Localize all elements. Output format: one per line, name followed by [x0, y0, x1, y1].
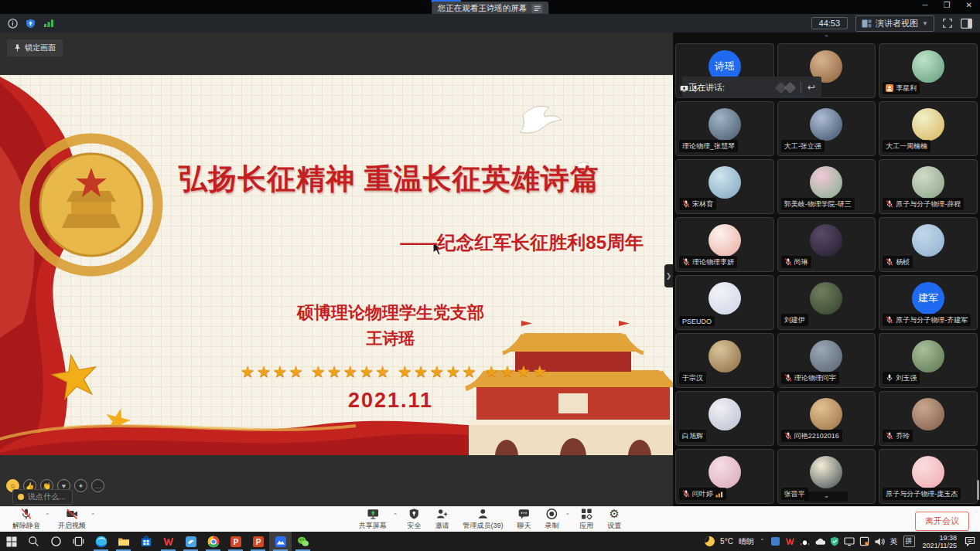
more-reactions-icon[interactable]: …: [91, 479, 104, 492]
participant-name: 杨桢: [896, 257, 910, 267]
tray-volume-icon[interactable]: [874, 537, 885, 546]
toolbar-chat-button[interactable]: 聊天: [513, 508, 536, 531]
toolbar-share-screen-button[interactable]: 共享屏幕: [354, 508, 391, 531]
participant-tile[interactable]: 李星利: [879, 43, 978, 98]
toolbar-start-video-button[interactable]: 开启视频: [53, 508, 90, 531]
scroll-up-icon[interactable]: ⌃: [673, 32, 980, 43]
participant-tile[interactable]: 白旭辉: [675, 391, 774, 446]
task-view-icon: [73, 536, 84, 547]
participant-tile[interactable]: 刘建伊: [777, 275, 876, 330]
slide-date: 2021.11: [170, 389, 611, 413]
watermark-icon: [784, 81, 797, 94]
minimize-button[interactable]: ─: [923, 1, 928, 9]
tray-snip-icon[interactable]: [859, 536, 869, 546]
maximize-button[interactable]: ❒: [944, 1, 951, 9]
explorer-icon: [118, 536, 130, 548]
participant-tile[interactable]: 大工一周楠楠: [879, 101, 978, 156]
tray-chip-icon[interactable]: [770, 536, 780, 546]
tray-monitor-icon[interactable]: [844, 537, 855, 546]
mic-icon: [691, 85, 699, 93]
participant-tile[interactable]: 于宗汉: [675, 333, 774, 388]
participant-tile[interactable]: 建军原子与分子物理-齐建军: [879, 275, 978, 330]
reply-arrow-icon[interactable]: ↩: [808, 82, 815, 93]
panel-collapse-handle[interactable]: ❯: [664, 264, 673, 287]
weather-desc[interactable]: 晴朗: [739, 536, 754, 547]
tray-qq-icon[interactable]: [800, 536, 810, 546]
participant-name-label: 原子与分子物理-薛程: [883, 198, 964, 210]
lock-view-button[interactable]: 锁定画面: [7, 39, 63, 56]
quick-chat-input[interactable]: 说点什么...: [12, 489, 73, 505]
leave-meeting-button[interactable]: 离开会议: [915, 512, 969, 531]
taskbar-app-docs[interactable]: [179, 532, 202, 551]
taskbar-task-view-button[interactable]: [67, 532, 90, 551]
scroll-down-icon[interactable]: ⌄: [804, 491, 848, 502]
close-button[interactable]: ✕: [966, 1, 972, 9]
taskbar-app-ppt[interactable]: P: [224, 532, 247, 551]
participant-name: 郭美岐-物理学院-研三: [784, 199, 852, 209]
participant-tile[interactable]: 宋林育: [675, 159, 774, 214]
taskbar-start-button[interactable]: [0, 532, 22, 551]
participant-tile[interactable]: 理论物理李妍: [675, 217, 774, 272]
toolbar-record-button[interactable]: 录制: [541, 508, 564, 531]
view-mode-selector[interactable]: 演讲者视图 ▼: [855, 15, 934, 32]
toolbar-invite-button[interactable]: 邀请: [430, 508, 453, 531]
panel-scrollbar[interactable]: [977, 480, 979, 500]
toolbar-unmute-button[interactable]: 解除静音: [8, 508, 45, 531]
info-icon[interactable]: [8, 19, 18, 29]
participant-tile[interactable]: 问叶婷: [675, 449, 774, 504]
participant-tile[interactable]: 杨桢: [879, 217, 978, 272]
toolbar-settings-button[interactable]: ⚙ 设置: [603, 508, 626, 531]
chevron-up-icon[interactable]: ⌃: [90, 512, 96, 519]
mic-muted-icon: [682, 258, 690, 266]
fullscreen-icon[interactable]: [942, 18, 953, 29]
taskbar-app-store[interactable]: [135, 532, 157, 551]
participant-tile[interactable]: 尚琳: [777, 217, 876, 272]
tray-wps-w-icon[interactable]: [785, 536, 795, 546]
participant-tile[interactable]: 郭美岐-物理学院-研三: [777, 159, 876, 214]
shield-upload-icon[interactable]: [26, 19, 36, 29]
participant-tile[interactable]: 原子与分子物理-庞玉杰: [879, 449, 978, 504]
shared-screen-area: 锁定画面: [0, 32, 673, 506]
toolbar-security-button[interactable]: 安全: [402, 508, 425, 531]
taskbar-app-explorer[interactable]: [112, 532, 135, 551]
taskbar-app-edge[interactable]: [90, 532, 112, 551]
participant-tile[interactable]: 问艳22102016: [777, 391, 876, 446]
tray-cloud-icon[interactable]: [814, 537, 825, 546]
network-signal-icon[interactable]: [43, 19, 54, 28]
participant-name-label: 理论物理_张慧琴: [679, 140, 738, 152]
tray-shield-green-icon[interactable]: [830, 536, 839, 546]
toolbar-label: 开启视频: [58, 521, 86, 531]
participant-name-label: 刘玉强: [883, 372, 920, 384]
taskbar-clock[interactable]: 19:38 2021/11/25: [920, 534, 959, 549]
taskbar-app-ppt2[interactable]: P: [247, 532, 269, 551]
participant-name-label: 大工-张立强: [781, 140, 825, 152]
chevron-up-icon[interactable]: ⌃: [393, 512, 398, 519]
participant-tile[interactable]: 原子与分子物理-薛程: [879, 159, 978, 214]
fireworks-icon[interactable]: ✦: [74, 479, 87, 492]
participant-tile[interactable]: 乔玲: [879, 391, 978, 446]
participant-tile[interactable]: 理论物理问宇: [777, 333, 876, 388]
participant-tile[interactable]: PSEUDO: [675, 275, 774, 330]
side-panel-toggle-icon[interactable]: [961, 19, 972, 29]
action-center-icon[interactable]: [965, 536, 975, 546]
ime-pinyin-icon[interactable]: 拼: [903, 536, 915, 547]
ime-language[interactable]: 英: [890, 536, 898, 547]
taskbar-app-wps[interactable]: [157, 532, 179, 551]
chevron-up-icon[interactable]: ⌃: [45, 512, 50, 519]
participant-tile[interactable]: 刘玉强: [879, 333, 978, 388]
taskbar-app-meeting[interactable]: [269, 532, 292, 551]
taskbar-cortana-button[interactable]: [45, 532, 67, 551]
toolbar-apps-button[interactable]: 应用: [575, 508, 598, 531]
taskbar-app-chrome[interactable]: [202, 532, 224, 551]
participant-tile[interactable]: ⌄张晋平: [777, 449, 876, 504]
taskbar-search-button[interactable]: [22, 532, 45, 551]
participant-tile[interactable]: 大工-张立强: [777, 101, 876, 156]
weather-temp[interactable]: 5°C: [720, 537, 733, 546]
avatar: [709, 282, 741, 315]
taskbar-app-wechat[interactable]: [292, 532, 314, 551]
banner-menu-icon[interactable]: [531, 4, 542, 13]
participant-tile[interactable]: 理论物理_张慧琴: [675, 101, 774, 156]
tray-expand-icon[interactable]: ⌃: [760, 538, 765, 545]
chevron-up-icon[interactable]: ⌃: [565, 512, 571, 519]
toolbar-members-button[interactable]: 管理成员(39): [458, 508, 507, 531]
